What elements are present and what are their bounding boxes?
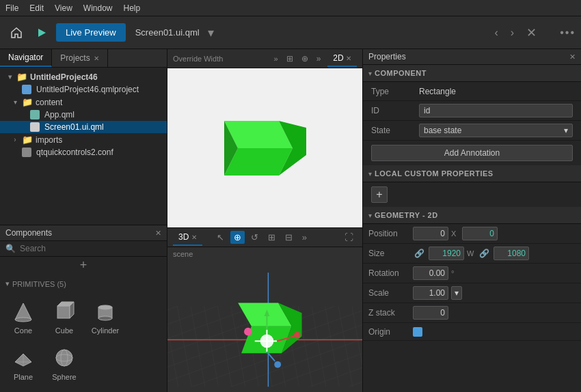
- primitive-cylinder[interactable]: Cylinder: [87, 296, 123, 337]
- menu-help[interactable]: Help: [124, 3, 141, 13]
- nav-back-button[interactable]: ‹: [491, 24, 502, 42]
- geometry-toggle[interactable]: ▾: [368, 212, 372, 219]
- cube-shape: [52, 299, 77, 324]
- select-tool-btn[interactable]: ⊕: [230, 231, 245, 244]
- primitive-cube[interactable]: Cube: [46, 296, 82, 337]
- view-2d-content[interactable]: [167, 68, 362, 227]
- fit-view-btn[interactable]: ⛶: [341, 231, 357, 244]
- add-annotation-button[interactable]: Add Annotation: [371, 145, 573, 161]
- properties-close[interactable]: ✕: [569, 53, 576, 61]
- prop-zstack-row: Z stack: [363, 303, 581, 323]
- imports-folder-icon: 📁: [22, 135, 33, 145]
- tab-2d-close[interactable]: ✕: [346, 55, 351, 62]
- screen-qml-icon: [30, 122, 40, 132]
- search-icon: 🔍: [5, 244, 16, 253]
- menu-edit[interactable]: Edit: [29, 3, 44, 13]
- primitives-section: ▾ PRIMITIVES (5) Cone: [0, 274, 167, 392]
- geometry-section-header: ▾ GEOMETRY - 2D: [363, 207, 581, 224]
- state-chevron-icon: ▾: [564, 126, 568, 135]
- file-tree: ▾ 📁 UntitledProject46 UntitledProject46.…: [0, 68, 167, 225]
- primitive-cone[interactable]: Cone: [5, 296, 41, 337]
- projects-tab-close[interactable]: ✕: [94, 55, 99, 62]
- cursor-tool-btn[interactable]: ↖: [213, 231, 228, 244]
- prop-scale-label: Scale: [368, 288, 413, 298]
- tree-item-screen01[interactable]: Screen01.ui.qml: [0, 121, 167, 133]
- navigator-tab-bar: Navigator Projects ✕: [0, 49, 167, 68]
- 3d-box-2d-preview: [183, 94, 347, 203]
- add-component-button[interactable]: +: [0, 257, 167, 274]
- tree-item-app[interactable]: App.qml: [0, 109, 167, 121]
- search-input[interactable]: [20, 244, 161, 253]
- tab-projects[interactable]: Projects ✕: [52, 49, 107, 67]
- close-file-button[interactable]: ✕: [522, 23, 541, 43]
- view-more-btn[interactable]: »: [314, 53, 324, 65]
- prop-size-w-input[interactable]: [429, 247, 464, 260]
- prop-id-input[interactable]: [419, 104, 573, 117]
- menu-window[interactable]: Window: [83, 3, 113, 13]
- prop-origin-row: Origin: [363, 323, 581, 341]
- prop-scale-input[interactable]: [413, 286, 448, 300]
- svg-point-12: [56, 350, 72, 366]
- primitive-plane[interactable]: Plane: [5, 343, 41, 384]
- tab-navigator[interactable]: Navigator: [0, 49, 52, 67]
- prop-scale-row: Scale ▾: [363, 283, 581, 303]
- scale-tool-btn[interactable]: ⊞: [265, 231, 279, 244]
- prop-zstack-input[interactable]: [413, 306, 448, 320]
- app-qml-icon: [30, 110, 40, 120]
- override-width-label: Override Width: [173, 55, 223, 63]
- view-2d: Override Width » ⊞ ⊕ » 2D ✕: [167, 49, 362, 228]
- geometry-section-title: GEOMETRY - 2D: [375, 211, 438, 219]
- tree-item-qmlproject[interactable]: UntitledProject46.qmlproject: [0, 83, 167, 96]
- origin-indicator[interactable]: [413, 327, 422, 337]
- nav-forward-button[interactable]: ›: [506, 24, 518, 42]
- primitives-expand-icon: ▾: [5, 279, 10, 288]
- primitive-sphere[interactable]: Sphere: [46, 343, 82, 384]
- prop-type-value: Rectangle: [419, 87, 573, 96]
- components-panel: Components ✕ 🔍 + ▾ PRIMITIVES (5): [0, 225, 167, 392]
- view-3d-toolbar: 3D ✕ ↖ ⊕ ↺ ⊞ ⊟ » ⛶: [167, 228, 362, 247]
- run-button[interactable]: [31, 24, 52, 42]
- menubar: File Edit View Window Help: [0, 0, 581, 16]
- tab-3d[interactable]: 3D ✕: [173, 229, 202, 246]
- prop-size-h-input[interactable]: [494, 247, 529, 260]
- components-close[interactable]: ✕: [155, 229, 161, 238]
- dropdown-button[interactable]: ▾: [204, 23, 218, 43]
- center-panel: Override Width » ⊞ ⊕ » 2D ✕: [167, 49, 362, 392]
- content-folder-icon: 📁: [22, 97, 33, 107]
- more-3d-btn[interactable]: »: [299, 231, 310, 244]
- size-link-icon-2[interactable]: 🔗: [479, 249, 489, 258]
- view-zoom-btn[interactable]: ⊕: [299, 53, 311, 65]
- live-preview-button[interactable]: Live Preview: [56, 23, 126, 42]
- local-custom-title: LOCAL CUSTOM PROPERTIES: [375, 169, 494, 178]
- menu-view[interactable]: View: [55, 3, 72, 13]
- tab-3d-close[interactable]: ✕: [191, 234, 197, 241]
- prop-position-value: X: [413, 227, 576, 240]
- tree-item-imports[interactable]: › 📁 imports: [0, 133, 167, 146]
- more-options-button[interactable]: •••: [560, 27, 576, 39]
- tree-item-root[interactable]: ▾ 📁 UntitledProject46: [0, 70, 167, 83]
- primitives-header[interactable]: ▾ PRIMITIVES (5): [5, 277, 161, 291]
- scale-dropdown[interactable]: ▾: [451, 286, 462, 300]
- view-3d-scene[interactable]: scene: [167, 247, 362, 392]
- svg-point-34: [244, 328, 252, 336]
- transform-tool-btn[interactable]: ⊟: [282, 231, 296, 244]
- view-arrows-btn[interactable]: »: [271, 53, 281, 64]
- local-custom-toggle[interactable]: ▾: [368, 170, 372, 178]
- size-link-icon[interactable]: 🔗: [414, 249, 424, 258]
- prop-position-y-input[interactable]: [413, 227, 448, 240]
- prop-scale-value: ▾: [413, 286, 576, 300]
- component-section-toggle[interactable]: ▾: [368, 70, 372, 77]
- view-grid-btn[interactable]: ⊞: [284, 53, 296, 65]
- home-button[interactable]: [5, 23, 27, 42]
- tab-2d[interactable]: 2D ✕: [327, 51, 357, 67]
- prop-position-x-input[interactable]: [462, 227, 498, 240]
- add-custom-property-button[interactable]: +: [371, 186, 388, 203]
- svg-point-8: [98, 316, 112, 320]
- tree-item-conf[interactable]: qtquickcontrols2.conf: [0, 146, 167, 158]
- rotate-tool-btn[interactable]: ↺: [247, 231, 262, 244]
- prop-rotation-input[interactable]: [413, 266, 448, 280]
- prop-size-row: Size 🔗 W 🔗: [363, 244, 581, 264]
- menu-file[interactable]: File: [5, 3, 18, 13]
- prop-state-select[interactable]: base state ▾: [419, 124, 573, 137]
- tree-item-content[interactable]: ▾ 📁 content: [0, 96, 167, 109]
